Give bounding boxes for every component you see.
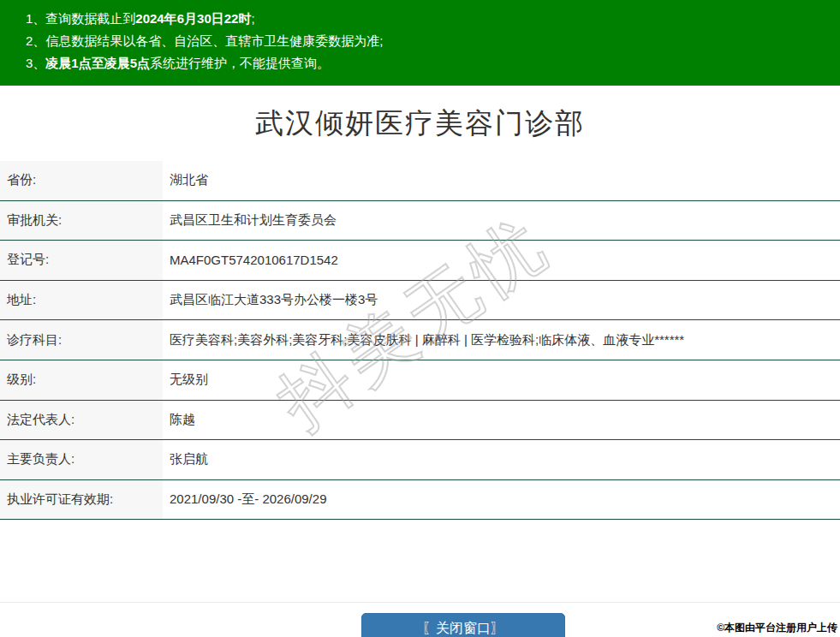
row-label: 法定代表人: bbox=[0, 401, 163, 440]
notice-line-bold: 2024年6月30日22时 bbox=[135, 11, 251, 26]
notice-line-number: 1、 bbox=[26, 11, 45, 26]
row-value: 湖北省 bbox=[163, 161, 840, 200]
row-label: 地址: bbox=[0, 281, 163, 320]
notice-line-bold: 凌晨1点至凌晨5点 bbox=[45, 56, 150, 70]
row-label: 省份: bbox=[0, 161, 163, 200]
query-result-page: 1、查询数据截止到2024年6月30日22时; 2、信息数据结果以各省、自治区、… bbox=[0, 0, 840, 637]
institution-title: 武汉倾妍医疗美容门诊部 bbox=[255, 104, 585, 143]
row-label: 诊疗科目: bbox=[0, 320, 163, 360]
table-row-approval-authority: 审批机关: 武昌区卫生和计划生育委员会 bbox=[0, 201, 840, 241]
close-window-button[interactable]: 〖关闭窗口〗 bbox=[361, 613, 565, 637]
row-value: 武昌区卫生和计划生育委员会 bbox=[163, 201, 840, 241]
row-value: 武昌区临江大道333号办公楼一楼3号 bbox=[163, 281, 840, 320]
institution-info-table: 省份: 湖北省 审批机关: 武昌区卫生和计划生育委员会 登记号: MA4F0GT… bbox=[0, 161, 840, 520]
notice-line-3: 3、凌晨1点至凌晨5点系统进行维护，不能提供查询。 bbox=[26, 52, 831, 74]
table-row-medical-subjects: 诊疗科目: 医疗美容科;美容外科;美容牙科;美容皮肤科 | 麻醉科 | 医学检验… bbox=[0, 320, 840, 360]
table-row-main-person-in-charge: 主要负责人: 张启航 bbox=[0, 440, 840, 480]
footer-divider bbox=[0, 602, 840, 603]
row-value: 张启航 bbox=[163, 440, 840, 479]
notice-line-number: 3、 bbox=[26, 56, 45, 70]
notice-banner: 1、查询数据截止到2024年6月30日22时; 2、信息数据结果以各省、自治区、… bbox=[0, 0, 840, 86]
row-value: 医疗美容科;美容外科;美容牙科;美容皮肤科 | 麻醉科 | 医学检验科;临床体液… bbox=[163, 320, 840, 360]
row-value: 陈越 bbox=[163, 401, 840, 440]
table-row-legal-representative: 法定代表人: 陈越 bbox=[0, 401, 840, 441]
notice-line-suffix: ; bbox=[251, 11, 254, 26]
table-row-registration-number: 登记号: MA4F0GT5742010617D1542 bbox=[0, 241, 840, 281]
notice-line-text: 查询数据截止到 bbox=[45, 11, 135, 26]
notice-line-2: 2、信息数据结果以各省、自治区、直辖市卫生健康委数据为准; bbox=[26, 30, 831, 52]
notice-line-1: 1、查询数据截止到2024年6月30日22时; bbox=[26, 8, 831, 30]
notice-line-suffix: 系统进行维护，不能提供查询。 bbox=[150, 56, 330, 70]
row-label: 登记号: bbox=[0, 241, 163, 280]
table-row-license-validity: 执业许可证有效期: 2021/09/30 -至- 2026/09/29 bbox=[0, 480, 840, 521]
notice-line-text: 信息数据结果以各省、自治区、直辖市卫生健康委数据为准; bbox=[45, 33, 383, 48]
notice-line-number: 2、 bbox=[26, 33, 45, 48]
row-value: 无级别 bbox=[163, 360, 840, 400]
row-label: 级别: bbox=[0, 360, 163, 400]
copyright-watermark: ©本图由平台注册用户上传 bbox=[717, 621, 837, 635]
title-section: 武汉倾妍医疗美容门诊部 bbox=[0, 86, 840, 161]
table-row-province: 省份: 湖北省 bbox=[0, 161, 840, 201]
row-value: 2021/09/30 -至- 2026/09/29 bbox=[163, 480, 840, 520]
table-row-level: 级别: 无级别 bbox=[0, 360, 840, 401]
row-label: 执业许可证有效期: bbox=[0, 480, 163, 520]
row-value: MA4F0GT5742010617D1542 bbox=[163, 241, 840, 280]
row-label: 审批机关: bbox=[0, 201, 163, 241]
row-label: 主要负责人: bbox=[0, 440, 163, 479]
table-row-address: 地址: 武昌区临江大道333号办公楼一楼3号 bbox=[0, 281, 840, 321]
